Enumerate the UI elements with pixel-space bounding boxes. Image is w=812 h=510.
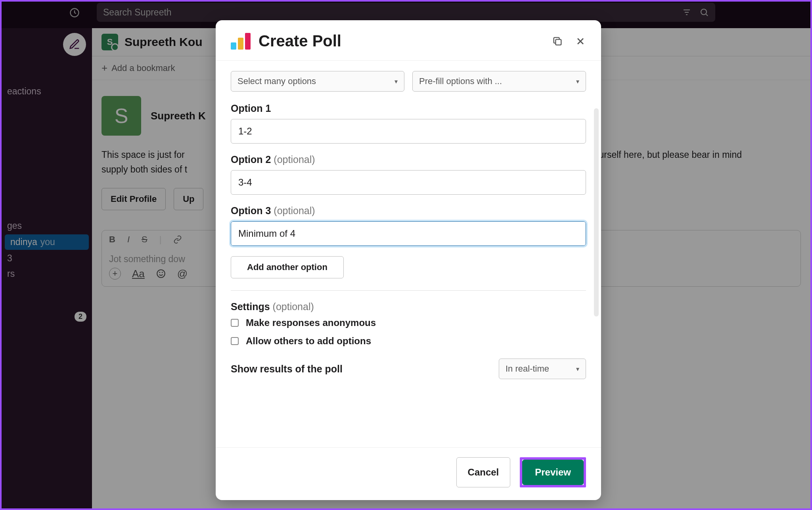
mention-icon[interactable]: @ [177, 268, 188, 280]
search-placeholder: Search Supreeth [103, 7, 172, 18]
link-icon[interactable] [173, 235, 182, 244]
checkbox-icon[interactable] [231, 319, 239, 327]
show-results-label: Show results of the poll [231, 363, 343, 375]
svg-point-2 [157, 270, 165, 278]
unread-badge: 2 [75, 312, 86, 322]
option1-label: Option 1 [231, 103, 586, 114]
others-add-checkbox-row[interactable]: Allow others to add options [231, 336, 586, 347]
create-poll-modal: Create Poll Select many options ▾ Pre-fi… [216, 20, 601, 500]
option2-label: Option 2 (optional) [231, 154, 586, 165]
strike-icon[interactable]: S [142, 234, 147, 245]
prefill-select[interactable]: Pre-fill options with ... ▾ [412, 71, 586, 92]
svg-point-3 [159, 272, 160, 272]
edit-profile-button[interactable]: Edit Profile [102, 188, 166, 210]
svg-rect-5 [555, 39, 561, 45]
upload-button[interactable]: Up [174, 188, 203, 210]
search-bar[interactable]: Search Supreeth [97, 3, 715, 22]
bold-icon[interactable]: B [109, 234, 115, 245]
anonymous-checkbox-row[interactable]: Make responses anonymous [231, 317, 586, 328]
sidebar-item[interactable]: rs [2, 266, 92, 282]
option3-input[interactable] [231, 221, 586, 246]
chevron-down-icon: ▾ [576, 78, 579, 85]
channel-avatar[interactable]: S [102, 34, 118, 50]
chevron-down-icon: ▾ [395, 78, 398, 85]
results-timing-select[interactable]: In real-time ▾ [499, 359, 586, 379]
modal-title: Create Poll [259, 32, 341, 50]
sidebar-item[interactable]: 3 [2, 251, 92, 266]
poll-app-icon [231, 33, 251, 50]
plus-icon: + [102, 62, 107, 74]
history-icon[interactable] [69, 7, 80, 18]
svg-point-1 [701, 9, 707, 15]
option1-input[interactable] [231, 119, 586, 144]
option2-input[interactable] [231, 170, 586, 195]
preview-button[interactable]: Preview [522, 460, 584, 485]
chevron-down-icon: ▾ [576, 365, 579, 373]
sidebar: eactions ges ndinya you 3 rs 2 [2, 28, 92, 508]
sidebar-item[interactable]: ges [2, 218, 92, 234]
sidebar-item[interactable]: eactions [2, 84, 92, 99]
user-name: Supreeth K [151, 110, 206, 122]
user-avatar[interactable]: S [102, 96, 141, 136]
vote-type-select[interactable]: Select many options ▾ [231, 71, 404, 92]
cancel-button[interactable]: Cancel [456, 457, 511, 487]
svg-point-4 [162, 272, 163, 272]
settings-label: Settings (optional) [231, 301, 586, 313]
close-icon[interactable] [575, 36, 586, 47]
compose-button[interactable] [63, 33, 86, 56]
add-option-button[interactable]: Add another option [231, 256, 344, 278]
emoji-icon[interactable] [156, 268, 166, 279]
channel-title[interactable]: Supreeth Kou [124, 35, 203, 49]
sidebar-item-self[interactable]: ndinya you [5, 234, 89, 250]
preview-highlight: Preview [520, 457, 586, 487]
search-icon[interactable] [699, 8, 709, 17]
italic-icon[interactable]: I [127, 234, 130, 245]
option3-label: Option 3 (optional) [231, 205, 586, 217]
filter-icon[interactable] [682, 8, 691, 17]
open-new-icon[interactable] [552, 36, 563, 47]
plus-icon[interactable]: + [109, 268, 121, 280]
checkbox-icon[interactable] [231, 337, 239, 345]
format-icon[interactable]: Aa [132, 268, 145, 280]
modal-scrollbar[interactable] [594, 108, 599, 316]
sidebar-badge-item[interactable]: 2 [2, 309, 92, 324]
